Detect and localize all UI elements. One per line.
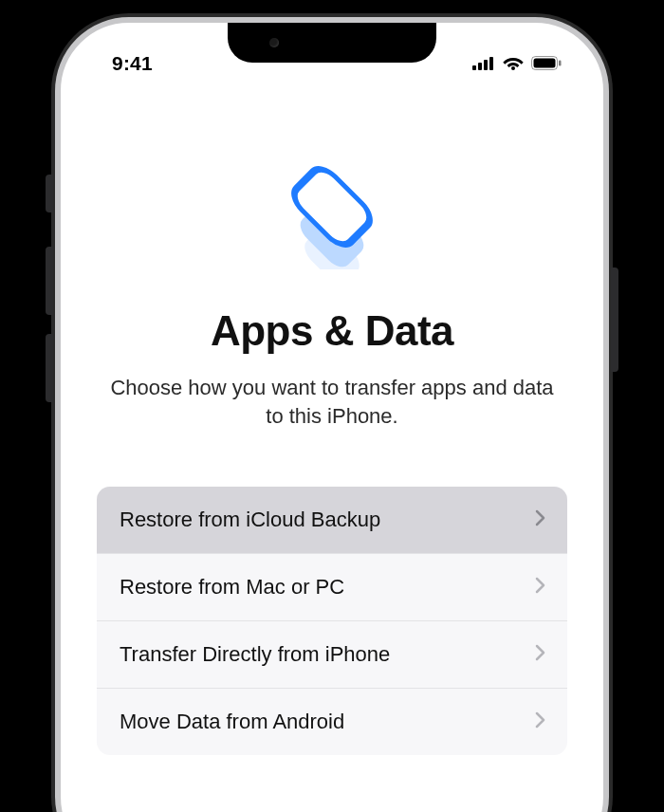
side-button — [611, 268, 618, 372]
transfer-options-list: Restore from iCloud Backup Restore from … — [97, 487, 567, 755]
page-title: Apps & Data — [97, 307, 567, 355]
svg-rect-10 — [288, 163, 376, 250]
screen: 9:41 — [70, 32, 594, 812]
svg-rect-7 — [559, 61, 562, 66]
apps-data-stack-icon — [97, 154, 567, 269]
volume-up-button — [46, 247, 53, 315]
option-restore-from-icloud[interactable]: Restore from iCloud Backup — [97, 487, 567, 553]
option-label: Restore from iCloud Backup — [120, 508, 380, 532]
cellular-icon — [472, 52, 495, 75]
iphone-frame: 9:41 — [55, 17, 609, 812]
option-label: Move Data from Android — [120, 710, 344, 734]
svg-rect-0 — [472, 65, 476, 70]
option-move-data-from-android[interactable]: Move Data from Android — [97, 688, 567, 755]
mute-switch — [46, 175, 53, 212]
status-indicators — [472, 52, 562, 75]
svg-point-4 — [511, 66, 515, 70]
chevron-right-icon — [535, 575, 546, 600]
option-transfer-directly-from-iphone[interactable]: Transfer Directly from iPhone — [97, 620, 567, 688]
chevron-right-icon — [535, 710, 546, 734]
notch — [228, 23, 436, 63]
svg-rect-3 — [489, 57, 493, 70]
chevron-right-icon — [535, 508, 546, 532]
svg-rect-6 — [534, 59, 556, 68]
main-content: Apps & Data Choose how you want to trans… — [70, 85, 594, 755]
svg-rect-1 — [478, 63, 482, 70]
page-subtitle: Choose how you want to transfer apps and… — [97, 374, 567, 432]
battery-icon — [531, 52, 562, 75]
volume-down-button — [46, 334, 53, 402]
svg-rect-2 — [484, 60, 488, 70]
option-restore-from-mac-or-pc[interactable]: Restore from Mac or PC — [97, 553, 567, 620]
chevron-right-icon — [535, 642, 546, 667]
option-label: Restore from Mac or PC — [120, 575, 344, 600]
wifi-icon — [503, 52, 524, 75]
option-label: Transfer Directly from iPhone — [120, 642, 390, 667]
status-time: 9:41 — [112, 52, 153, 75]
